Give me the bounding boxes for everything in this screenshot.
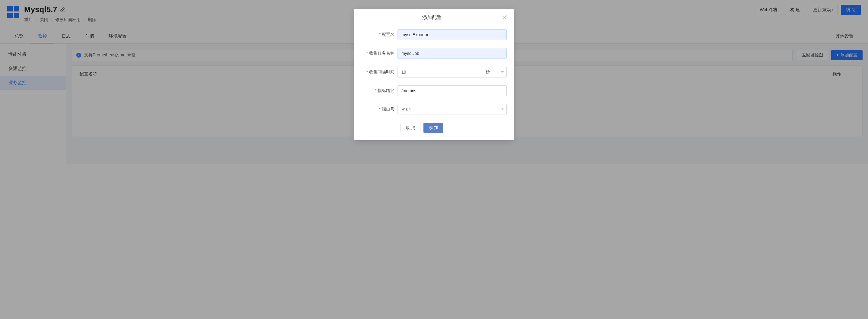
modal-title: 添加配置 — [422, 15, 441, 20]
interval-input[interactable] — [398, 67, 482, 77]
path-input[interactable] — [398, 85, 507, 96]
port-select[interactable]: 9104 — [398, 104, 507, 115]
add-config-modal: 添加配置 *配置名 *收集任务名称 *收集间隔时间 — [354, 9, 514, 140]
label-path: 指标路径 — [378, 88, 395, 93]
close-icon[interactable] — [502, 15, 507, 21]
label-job-name: 收集任务名称 — [369, 51, 395, 56]
chevron-down-icon — [501, 71, 504, 73]
chevron-down-icon — [501, 108, 504, 110]
label-interval: 收集间隔时间 — [369, 69, 395, 74]
config-name-input[interactable] — [398, 29, 507, 40]
interval-unit-select[interactable]: 秒 — [482, 67, 507, 77]
modal-overlay: 添加配置 *配置名 *收集任务名称 *收集间隔时间 — [0, 0, 868, 164]
add-button[interactable]: 添 加 — [424, 123, 443, 133]
cancel-button[interactable]: 取 消 — [401, 123, 421, 133]
label-port: 端口号 — [382, 107, 395, 111]
job-name-input[interactable] — [398, 48, 507, 59]
label-config-name: 配置名 — [382, 32, 395, 37]
